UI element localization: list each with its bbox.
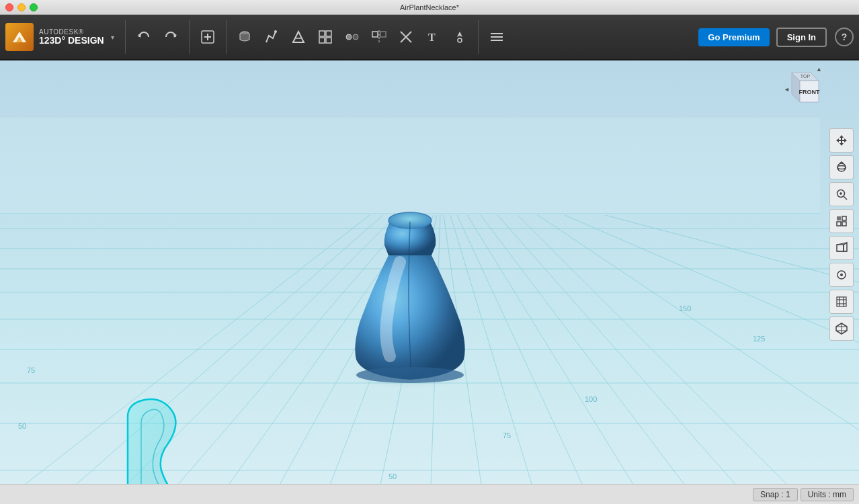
premium-button[interactable]: Go Premium [698,28,769,46]
svg-text:50: 50 [18,422,26,430]
divider-4 [478,20,479,54]
svg-text:150: 150 [679,304,691,312]
boolean-button[interactable] [393,22,419,52]
svg-rect-86 [837,245,844,251]
svg-text:T: T [428,32,436,43]
svg-text:50: 50 [388,472,397,480]
modify-button[interactable] [286,22,311,52]
view-mode-button[interactable] [829,263,854,287]
material-button[interactable] [829,317,854,341]
redo-button[interactable] [158,22,183,52]
undo-button[interactable] [131,22,157,52]
pan-button[interactable] [829,128,854,153]
svg-rect-10 [326,38,331,43]
svg-text:75: 75 [503,431,511,439]
svg-point-11 [346,34,352,40]
right-panel [824,60,859,504]
layers-button[interactable] [484,22,509,52]
svg-text:▲: ▲ [816,66,822,73]
svg-point-6 [274,30,277,33]
divider-3 [226,20,227,54]
svg-point-91 [840,274,843,276]
logo-dropdown-arrow[interactable]: ▾ [111,34,114,41]
svg-rect-83 [842,216,846,220]
view-cube[interactable]: FRONT TOP ◄ ▲ [778,66,824,112]
svg-point-77 [837,166,846,169]
svg-point-19 [458,38,462,42]
logo-area[interactable]: AUTODESK® 123D° DESIGN ▾ [5,23,114,51]
orbit-button[interactable] [829,155,854,179]
perspective-button[interactable] [829,236,854,260]
window-title: AirPlantNecklace* [400,3,459,11]
svg-point-12 [353,34,358,40]
svg-rect-13 [372,32,378,37]
title-bar: AirPlantNecklace* [0,0,859,15]
main-toolbar: AUTODESK® 123D° DESIGN ▾ [0,15,859,60]
signin-button[interactable]: Sign In [776,28,827,47]
viewport[interactable]: 100 75 50 25 125 150 75 50 25 [0,60,859,504]
group-button[interactable] [313,22,338,52]
new-shape-group [195,22,220,52]
product-label: 123D° DESIGN [39,36,104,46]
svg-rect-14 [380,32,386,37]
pattern-button[interactable] [339,22,365,52]
undo-redo-group [131,22,183,52]
sketch-button[interactable] [259,22,284,52]
logo-text: AUTODESK® 123D° DESIGN [39,28,104,46]
svg-rect-96 [837,297,846,306]
divider-1 [125,20,126,54]
close-button[interactable] [5,3,13,11]
svg-point-68 [356,367,464,383]
svg-text:◄: ◄ [784,86,790,93]
svg-marker-87 [844,243,847,251]
zoom-button[interactable] [829,182,854,206]
snap-button[interactable] [447,22,473,52]
svg-rect-84 [837,222,841,226]
svg-text:FRONT: FRONT [799,89,820,95]
svg-rect-9 [319,38,325,43]
svg-text:125: 125 [753,335,765,343]
svg-point-76 [837,163,846,171]
units-indicator[interactable]: Units : mm [801,488,854,501]
transform-button[interactable] [232,22,257,52]
status-bar: Snap : 1 Units : mm [0,484,859,504]
svg-text:TOP: TOP [801,74,811,79]
maximize-button[interactable] [30,3,38,11]
svg-rect-8 [326,31,331,36]
autodesk-logo-icon [5,23,34,51]
measure-button[interactable]: T [420,22,446,52]
mirror-button[interactable] [366,22,392,52]
svg-rect-85 [842,222,846,226]
svg-text:100: 100 [585,395,597,403]
divider-2 [189,20,190,54]
svg-rect-82 [837,216,841,220]
minimize-button[interactable] [17,3,26,11]
snap-indicator[interactable]: Snap : 1 [753,488,798,501]
primitives-group: T [232,22,473,52]
help-button[interactable]: ? [835,28,854,46]
window-controls[interactable] [5,3,38,11]
new-shape-button[interactable] [195,22,220,52]
vase-object[interactable] [323,168,497,396]
fit-button[interactable] [829,209,854,233]
svg-line-79 [844,197,848,200]
svg-text:75: 75 [27,366,35,374]
svg-rect-7 [319,31,325,36]
grid-toggle-button[interactable] [829,290,854,314]
